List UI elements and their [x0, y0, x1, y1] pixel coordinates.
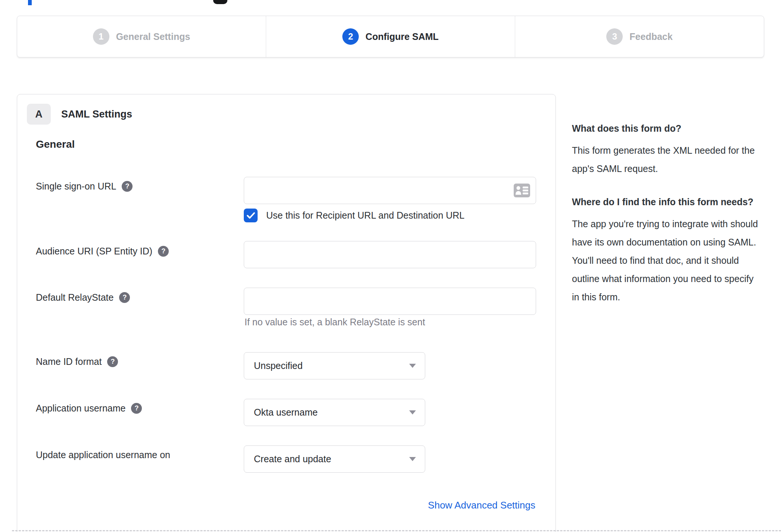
dashed-section-divider [12, 530, 781, 531]
app-username-value: Okta username [254, 407, 318, 418]
update-username-label: Update application username on [36, 450, 170, 460]
app-username-label-text: Application username [36, 403, 125, 414]
sso-url-label-text: Single sign-on URL [36, 181, 116, 192]
step-label: Configure SAML [365, 31, 439, 42]
sso-url-input[interactable] [244, 177, 536, 204]
general-group-heading: General [36, 138, 75, 150]
section-title: SAML Settings [61, 109, 132, 120]
app-username-label: Application username ? [36, 403, 142, 414]
saml-settings-panel: A SAML Settings General Single sign-on U… [17, 94, 556, 532]
name-id-format-label-text: Name ID format [36, 356, 102, 367]
relaystate-input-wrap [244, 288, 536, 315]
sso-url-label: Single sign-on URL ? [36, 181, 133, 192]
help-text-where: The app you're trying to integrate with … [572, 215, 762, 306]
audience-uri-input[interactable] [244, 241, 536, 268]
help-icon[interactable]: ? [107, 356, 118, 367]
name-id-format-label: Name ID format ? [36, 356, 118, 367]
contact-card-icon [514, 184, 530, 197]
relaystate-input[interactable] [244, 288, 536, 315]
help-heading-what: What does this form do? [572, 122, 762, 135]
help-icon[interactable]: ? [119, 292, 130, 303]
audience-uri-label: Audience URI (SP Entity ID) ? [36, 246, 169, 257]
cutoff-app-icon-fragment [213, 0, 227, 4]
audience-uri-label-text: Audience URI (SP Entity ID) [36, 246, 152, 257]
recipient-url-checkbox-label: Use this for Recipient URL and Destinati… [266, 210, 464, 221]
relaystate-label: Default RelayState ? [36, 292, 130, 303]
name-id-format-select[interactable]: Unspecified [244, 352, 425, 379]
app-username-select[interactable]: Okta username [244, 399, 425, 426]
relaystate-label-text: Default RelayState [36, 292, 113, 303]
step-number-badge: 1 [93, 28, 109, 45]
step-number-badge: 2 [342, 28, 359, 45]
check-icon [246, 212, 255, 219]
recipient-url-checkbox-row: Use this for Recipient URL and Destinati… [244, 209, 464, 222]
configure-saml-page: 1 General Settings 2 Configure SAML 3 Fe… [0, 0, 781, 532]
show-advanced-settings-link[interactable]: Show Advanced Settings [428, 500, 535, 511]
help-sidebar: What does this form do? This form genera… [572, 122, 762, 323]
step-number-badge: 3 [606, 28, 623, 45]
help-text-what: This form generates the XML needed for t… [572, 141, 762, 178]
section-a-badge: A [27, 104, 51, 125]
step-configure-saml[interactable]: 2 Configure SAML [266, 16, 515, 57]
name-id-format-value: Unspecified [254, 360, 303, 371]
help-icon[interactable]: ? [131, 403, 142, 414]
update-username-value: Create and update [254, 454, 331, 464]
relaystate-hint: If no value is set, a blank RelayState i… [245, 317, 425, 328]
audience-uri-input-wrap [244, 241, 536, 268]
help-icon[interactable]: ? [158, 246, 169, 257]
help-heading-where: Where do I find the info this form needs… [572, 195, 762, 209]
wizard-stepper: 1 General Settings 2 Configure SAML 3 Fe… [17, 16, 764, 57]
step-label: Feedback [629, 31, 672, 42]
chevron-down-icon [409, 364, 416, 368]
chevron-down-icon [409, 457, 416, 461]
recipient-url-checkbox[interactable] [244, 209, 258, 222]
help-icon[interactable]: ? [122, 181, 133, 192]
step-label: General Settings [116, 31, 190, 42]
update-username-select[interactable]: Create and update [244, 445, 425, 473]
step-general-settings[interactable]: 1 General Settings [17, 16, 266, 57]
step-feedback[interactable]: 3 Feedback [515, 16, 764, 57]
update-username-label-text: Update application username on [36, 450, 170, 460]
chevron-down-icon [409, 410, 416, 414]
cutoff-logo-fragment [28, 0, 32, 5]
sso-url-input-wrap [244, 177, 536, 204]
